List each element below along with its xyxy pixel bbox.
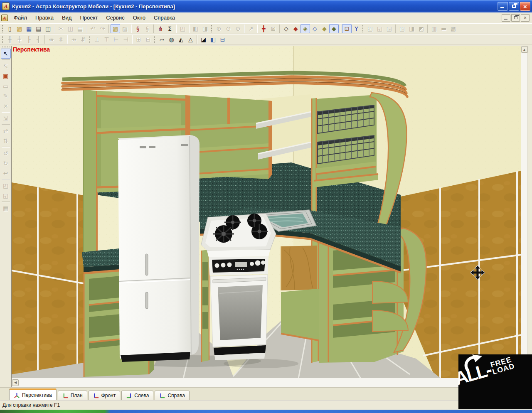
tab-right-view[interactable]: Справа xyxy=(155,391,189,400)
primitive-pyramid-button[interactable]: △ xyxy=(186,35,195,44)
view-solid-button[interactable]: ◆ xyxy=(291,24,300,33)
sum-button[interactable]: Σ xyxy=(165,24,175,33)
sheet-h-button[interactable]: ◧ xyxy=(191,24,200,33)
view-outline-button[interactable]: ◇ xyxy=(310,24,320,33)
print-button[interactable]: ▤ xyxy=(34,24,43,33)
properties-tool[interactable]: ▦ xyxy=(1,203,11,213)
screw-button[interactable]: § xyxy=(133,24,143,33)
zoom-in-button[interactable]: ⊕ xyxy=(214,24,224,33)
rectangle-tool[interactable]: ▭ xyxy=(1,81,11,91)
ungroup-tool[interactable]: ◱ xyxy=(1,191,11,201)
align-shift-button[interactable]: ┨ xyxy=(34,35,43,44)
align-top-button[interactable]: ⊤ xyxy=(102,35,111,44)
delete-tool[interactable]: × xyxy=(1,101,11,111)
tab-plan[interactable]: План xyxy=(58,391,87,400)
menu-window[interactable]: Окно xyxy=(129,13,150,22)
horizontal-scrollbar[interactable]: ◀ ▶ xyxy=(11,378,521,387)
redo-button[interactable]: ↷ xyxy=(98,24,107,33)
tab-left-view[interactable]: Слева xyxy=(121,391,153,400)
space-v-button[interactable]: ⇳ xyxy=(56,35,66,44)
menu-view[interactable]: Вид xyxy=(58,13,76,22)
clear-selection-button[interactable]: ⊠ xyxy=(268,24,278,33)
fit-width-button[interactable]: ⇸ xyxy=(69,35,79,44)
tab-front[interactable]: Фронт xyxy=(89,391,121,400)
zoom-fit-button[interactable]: ⊙ xyxy=(233,24,243,33)
paste-button[interactable]: ▤ xyxy=(75,24,85,33)
cut-button[interactable]: ✂ xyxy=(56,24,66,33)
space-h-button[interactable]: ⇹ xyxy=(47,35,56,44)
view-textured-button[interactable]: ◈ xyxy=(300,24,310,33)
facade-button[interactable]: ◧ xyxy=(208,35,218,44)
add-panel-tool[interactable]: ▣ xyxy=(1,71,11,81)
menu-help[interactable]: Справка xyxy=(150,13,179,22)
menu-file[interactable]: Файл xyxy=(10,13,31,22)
close-button[interactable]: × xyxy=(520,2,530,11)
split-top-button[interactable]: ◰ xyxy=(365,24,375,33)
fill-texture-off-button[interactable]: ▨ xyxy=(120,24,130,33)
undo-button[interactable]: ↶ xyxy=(88,24,98,33)
distribute-h-button[interactable]: ╫ xyxy=(5,35,15,44)
structure-button[interactable]: ⋔ xyxy=(155,24,165,33)
print-preview-button[interactable]: ◫ xyxy=(43,24,53,33)
move-tool[interactable]: ⇲ xyxy=(1,113,11,123)
material-picker-button[interactable]: ◪ xyxy=(199,35,208,44)
edit-nodes-tool[interactable]: ↸ xyxy=(1,61,11,71)
split-bottom-button[interactable]: ◱ xyxy=(375,24,384,33)
mdi-close-button[interactable]: × xyxy=(521,14,530,22)
view-shadows-button[interactable]: ◆ xyxy=(329,24,339,33)
menu-project[interactable]: Проект xyxy=(76,13,102,22)
align-left-button[interactable]: ⊢ xyxy=(111,35,121,44)
rotate-cw-tool[interactable]: ↻ xyxy=(1,158,11,168)
center-view-button[interactable]: ╋ xyxy=(259,24,268,33)
board-insert-button[interactable]: ⊟ xyxy=(218,35,227,44)
view-fittings-button[interactable]: ◆ xyxy=(320,24,329,33)
sheet-v-button[interactable]: ◨ xyxy=(200,24,210,33)
axes-button[interactable]: Y xyxy=(352,24,361,33)
primitive-cube-button[interactable]: ▱ xyxy=(157,35,167,44)
primitive-cone-button[interactable]: ◭ xyxy=(176,35,186,44)
scroll-left-button[interactable]: ◀ xyxy=(12,379,19,386)
tab-perspective[interactable]: Перспектива xyxy=(9,388,57,400)
fit-height-button[interactable]: ⇵ xyxy=(79,35,88,44)
center-h-button[interactable]: ⊞ xyxy=(134,35,143,44)
group-tool[interactable]: ◰ xyxy=(1,181,11,191)
title-bar[interactable]: А Кухня2 - Астра Конструктор Мебели - [К… xyxy=(0,0,532,12)
texture-direction-button[interactable]: ⊡ xyxy=(342,24,352,33)
rotate-ccw-tool[interactable]: ↺ xyxy=(1,148,11,158)
screw-off-button[interactable]: § xyxy=(143,24,152,33)
layout-cols-button[interactable]: ▥ xyxy=(429,24,439,33)
primitive-cylinder-button[interactable]: ◍ xyxy=(167,35,176,44)
copy-button[interactable]: ◫ xyxy=(66,24,75,33)
vertical-scrollbar[interactable]: ▲ ▼ xyxy=(521,46,528,378)
split-left-button[interactable]: ◳ xyxy=(397,24,407,33)
menu-edit[interactable]: Правка xyxy=(31,13,58,22)
fill-texture-button[interactable]: ▨ xyxy=(111,24,120,33)
save-button[interactable]: ▦ xyxy=(24,24,34,33)
rotate-free-tool[interactable]: ↩ xyxy=(1,168,11,178)
draw-tool[interactable]: ✎ xyxy=(1,91,11,101)
layout-grid-button[interactable]: ▩ xyxy=(448,24,458,33)
zoom-out-button[interactable]: ⊖ xyxy=(224,24,233,33)
new-button[interactable]: ▯ xyxy=(5,24,15,33)
minimize-button[interactable] xyxy=(498,2,508,11)
flip-v-tool[interactable]: ⇅ xyxy=(1,136,11,146)
view-wireframe-button[interactable]: ◇ xyxy=(281,24,291,33)
layout-rows-button[interactable]: ▬ xyxy=(439,24,448,33)
align-right-button[interactable]: ⊣ xyxy=(121,35,131,44)
split-right-button[interactable]: ◨ xyxy=(407,24,416,33)
flip-h-tool[interactable]: ⇄ xyxy=(1,126,11,136)
split-v-button[interactable]: ◩ xyxy=(416,24,426,33)
mdi-minimize-button[interactable] xyxy=(502,14,510,22)
select-tool[interactable]: ↖ xyxy=(1,49,11,59)
distribute-v-button[interactable]: ╪ xyxy=(15,35,24,44)
restore-button[interactable] xyxy=(509,2,519,11)
open-button[interactable]: ▨ xyxy=(15,24,24,33)
center-v-button[interactable]: ⊟ xyxy=(143,35,153,44)
drawing-canvas[interactable]: Перспектива xyxy=(11,46,521,378)
panel-editor-button[interactable]: ◰ xyxy=(178,24,187,33)
align-bottom-button[interactable]: ⊥ xyxy=(92,35,102,44)
document-icon[interactable]: А xyxy=(1,15,8,21)
menu-service[interactable]: Сервис xyxy=(102,13,129,22)
pan-button[interactable]: ↗ xyxy=(246,24,256,33)
scroll-up-button[interactable]: ▲ xyxy=(521,46,528,53)
